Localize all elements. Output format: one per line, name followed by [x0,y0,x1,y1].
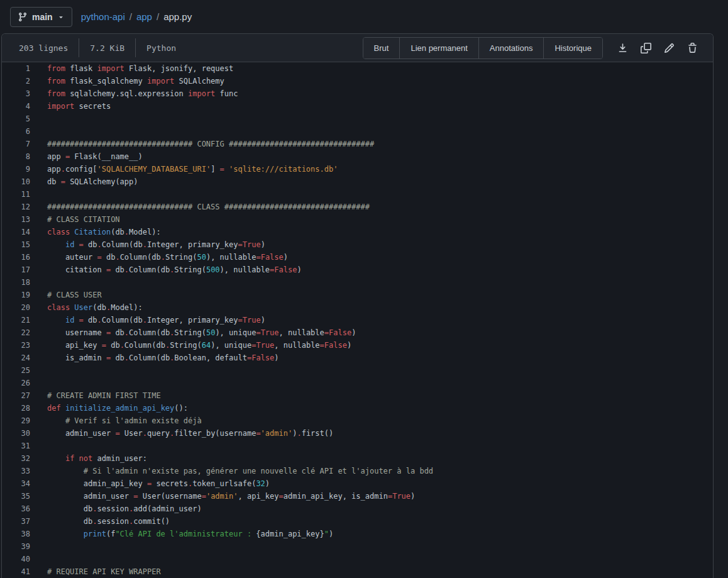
code-text: # CLASS CITATION [30,213,120,226]
edit-icon[interactable] [662,41,676,55]
line-number[interactable]: 15 [2,238,30,251]
code-line: 7################################ CONFIG… [2,138,713,150]
line-number[interactable]: 1 [2,62,30,75]
code-text: print(f"Clé API de l'administrateur : {a… [30,528,333,540]
file-info: 203 lignes 7.2 KiB Python [8,34,187,62]
line-number[interactable]: 7 [2,138,30,150]
line-number[interactable]: 35 [2,490,30,503]
line-number[interactable]: 40 [2,553,30,565]
line-number[interactable]: 37 [2,515,30,528]
git-branch-icon [18,12,28,22]
code-text [30,113,47,125]
breadcrumb-folder-link[interactable]: app [136,11,152,22]
code-text: app.config['SQLALCHEMY_DATABASE_URI'] = … [30,163,338,175]
line-number[interactable]: 32 [2,452,30,465]
line-number[interactable]: 6 [2,125,30,138]
code-text: db.session.commit() [30,515,170,528]
breadcrumb-current-file: app.py [163,11,192,22]
line-number[interactable]: 17 [2,264,30,276]
file-view-panel: 203 lignes 7.2 KiB Python Brut Lien perm… [1,33,714,578]
code-line: 4import secrets [2,100,713,113]
download-icon[interactable] [615,41,629,55]
line-number[interactable]: 33 [2,465,30,477]
code-line: 33 # Si l'admin n'existe pas, générer un… [2,465,713,477]
breadcrumb: python-api / app / app.py [81,11,192,22]
delete-icon[interactable] [685,41,699,55]
line-number[interactable]: 16 [2,251,30,264]
line-number[interactable]: 19 [2,289,30,301]
line-number[interactable]: 25 [2,364,30,377]
line-number[interactable]: 9 [2,163,30,175]
line-number[interactable]: 39 [2,540,30,553]
breadcrumb-repo-link[interactable]: python-api [81,11,125,22]
code-text [30,553,47,565]
code-line: 6 [2,125,713,138]
code-line: 20class User(db.Model): [2,301,713,314]
line-number[interactable]: 34 [2,477,30,490]
code-line: 19# CLASS USER [2,289,713,301]
code-text [30,125,47,138]
branch-name: main [32,12,53,22]
code-line: 29 # Verif si l'admin existe déjà [2,414,713,427]
code-line: 9app.config['SQLALCHEMY_DATABASE_URI'] =… [2,163,713,175]
line-number[interactable]: 5 [2,113,30,125]
raw-button[interactable]: Brut [363,38,400,58]
line-number[interactable]: 41 [2,565,30,578]
code-line: 36 db.session.add(admin_user) [2,503,713,515]
line-number[interactable]: 29 [2,414,30,427]
history-button[interactable]: Historique [543,38,602,58]
file-line-count: 203 lignes [8,43,79,53]
code-text: is_admin = db.Column(db.Boolean, default… [30,352,279,364]
line-number[interactable]: 22 [2,326,30,339]
line-number[interactable]: 27 [2,389,30,402]
code-text: # Si l'admin n'existe pas, générer une n… [30,465,433,477]
line-number[interactable]: 14 [2,226,30,238]
line-number[interactable]: 36 [2,503,30,515]
line-number[interactable]: 20 [2,301,30,314]
copy-icon[interactable] [639,41,653,55]
code-text: from flask_sqlalchemy import SQLAlchemy [30,75,224,87]
code-text: if not admin_user: [30,452,147,465]
repo-top-bar: main python-api / app / app.py [0,0,728,33]
code-line: 32 if not admin_user: [2,452,713,465]
line-number[interactable]: 13 [2,213,30,226]
line-number[interactable]: 26 [2,377,30,389]
code-line: 21 id = db.Column(db.Integer, primary_ke… [2,314,713,326]
line-number[interactable]: 3 [2,87,30,100]
line-number[interactable]: 24 [2,352,30,364]
file-header-bar: 203 lignes 7.2 KiB Python Brut Lien perm… [2,34,713,62]
code-line: 39 [2,540,713,553]
annotations-button[interactable]: Annotations [478,38,544,58]
line-number[interactable]: 2 [2,75,30,87]
code-text: ################################ CONFIG … [30,138,374,150]
line-number[interactable]: 8 [2,150,30,163]
branch-selector-button[interactable]: main [10,7,72,27]
code-text: db = SQLAlchemy(app) [30,175,138,188]
code-text: id = db.Column(db.Integer, primary_key=T… [30,238,265,251]
line-number[interactable]: 12 [2,201,30,213]
code-line: 12################################ CLASS… [2,201,713,213]
code-line: 38 print(f"Clé API de l'administrateur :… [2,528,713,540]
line-number[interactable]: 4 [2,100,30,113]
line-number[interactable]: 31 [2,440,30,452]
line-number[interactable]: 38 [2,528,30,540]
code-text [30,377,47,389]
line-number[interactable]: 11 [2,188,30,201]
line-number[interactable]: 21 [2,314,30,326]
line-number[interactable]: 10 [2,175,30,188]
permalink-button[interactable]: Lien permanent [399,38,478,58]
code-line: 22 username = db.Column(db.String(50), u… [2,326,713,339]
line-number[interactable]: 18 [2,276,30,289]
code-text [30,188,47,201]
code-text: class User(db.Model): [30,301,143,314]
code-line: 31 [2,440,713,452]
line-number[interactable]: 28 [2,402,30,414]
code-text: db.session.add(admin_user) [30,503,202,515]
code-view: 1from flask import Flask, jsonify, reque… [2,62,713,578]
line-number[interactable]: 23 [2,339,30,352]
code-text [30,540,47,553]
code-text [30,364,47,377]
breadcrumb-separator: / [130,11,132,22]
code-line: 10db = SQLAlchemy(app) [2,175,713,188]
line-number[interactable]: 30 [2,427,30,440]
